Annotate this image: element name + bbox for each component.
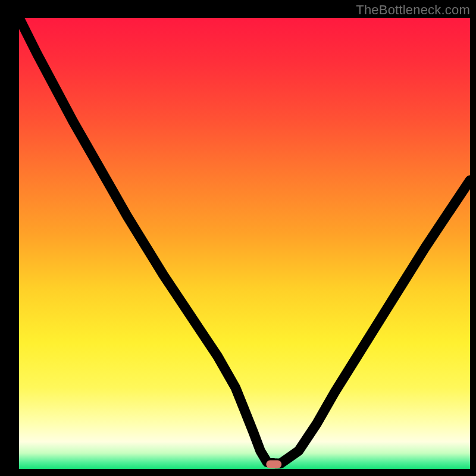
watermark-text: TheBottleneck.com <box>356 2 470 18</box>
optimal-marker <box>266 461 281 469</box>
chart-svg <box>19 18 470 469</box>
plot-area <box>19 18 470 469</box>
chart-frame: TheBottleneck.com <box>0 0 476 476</box>
